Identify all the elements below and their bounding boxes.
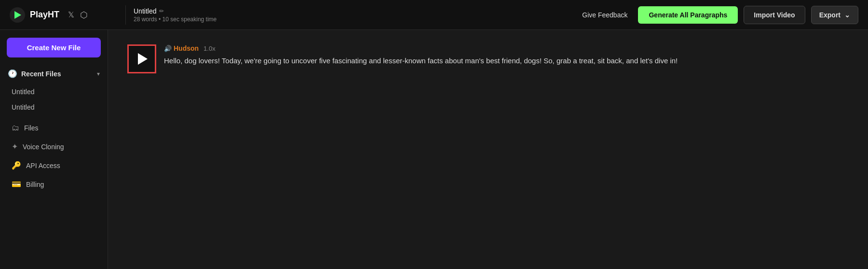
header: PlayHT 𝕏 ⬡ Untitled ✏ 28 words • 10 sec … <box>0 0 868 30</box>
play-triangle-icon <box>138 53 148 65</box>
logo-text: PlayHT <box>30 10 59 20</box>
header-actions: Give Feedback Generate All Paragraphs Im… <box>577 6 858 24</box>
paragraph-text[interactable]: Hello, dog lovers! Today, we're going to… <box>164 55 849 67</box>
twitter-icon[interactable]: 𝕏 <box>68 10 74 19</box>
doc-title-text: Untitled <box>134 7 156 15</box>
api-access-icon: 🔑 <box>12 161 21 170</box>
feedback-button[interactable]: Give Feedback <box>577 8 632 22</box>
sidebar-item-billing[interactable]: 💳 Billing <box>5 175 103 194</box>
export-label: Export <box>819 11 841 19</box>
sidebar-item-files-label: Files <box>24 124 39 132</box>
import-video-button[interactable]: Import Video <box>744 6 805 24</box>
recent-clock-icon: 🕐 <box>8 69 17 78</box>
edit-icon[interactable]: ✏ <box>159 8 164 14</box>
voice-cloning-icon: ✦ <box>12 142 18 151</box>
recent-files-label: Recent Files <box>21 70 61 78</box>
recent-file-item-1[interactable]: Untitled <box>5 99 103 115</box>
logo-icon <box>10 7 25 23</box>
export-chevron-icon: ⌄ <box>844 11 850 19</box>
play-button[interactable] <box>127 44 156 73</box>
discord-icon[interactable]: ⬡ <box>80 10 88 20</box>
header-divider <box>125 5 126 25</box>
recent-file-item-0[interactable]: Untitled <box>5 84 103 99</box>
billing-icon: 💳 <box>12 180 21 189</box>
paragraph-block: 🔊 Hudson 1.0x Hello, dog lovers! Today, … <box>127 44 849 73</box>
doc-meta: 28 words • 10 sec speaking time <box>134 16 217 23</box>
files-icon: 🗂 <box>12 124 19 132</box>
social-links: 𝕏 ⬡ <box>68 10 88 20</box>
sidebar-item-billing-label: Billing <box>26 181 44 188</box>
generate-all-button[interactable]: Generate All Paragraphs <box>638 6 738 24</box>
speed-badge[interactable]: 1.0x <box>203 45 216 52</box>
app-body: Create New File 🕐 Recent Files ▾ Untitle… <box>0 30 868 269</box>
sidebar-item-api-access[interactable]: 🔑 API Access <box>5 156 103 175</box>
doc-title-row: Untitled ✏ <box>134 7 217 15</box>
sidebar-item-voice-cloning[interactable]: ✦ Voice Cloning <box>5 137 103 156</box>
logo-area: PlayHT 𝕏 ⬡ <box>10 7 118 23</box>
sidebar-item-files[interactable]: 🗂 Files <box>5 119 103 137</box>
paragraph-text-area: 🔊 Hudson 1.0x Hello, dog lovers! Today, … <box>164 44 849 67</box>
voice-wave-icon: 🔊 <box>164 45 172 52</box>
recent-files-header[interactable]: 🕐 Recent Files ▾ <box>5 65 103 82</box>
export-button[interactable]: Export ⌄ <box>811 6 858 24</box>
voice-name[interactable]: 🔊 Hudson <box>164 44 199 52</box>
paragraph-meta: 🔊 Hudson 1.0x <box>164 44 849 52</box>
recent-files-chevron-icon: ▾ <box>97 71 100 77</box>
recent-files-header-left: 🕐 Recent Files <box>8 69 61 78</box>
sidebar-item-voice-cloning-label: Voice Cloning <box>23 143 64 151</box>
sidebar-item-api-access-label: API Access <box>26 162 60 170</box>
logo-play-icon <box>14 11 21 19</box>
main-content: 🔊 Hudson 1.0x Hello, dog lovers! Today, … <box>108 30 868 269</box>
recent-files-section: 🕐 Recent Files ▾ Untitled Untitled <box>0 65 108 119</box>
create-new-file-button[interactable]: Create New File <box>7 38 101 57</box>
sidebar: Create New File 🕐 Recent Files ▾ Untitle… <box>0 30 108 269</box>
doc-info: Untitled ✏ 28 words • 10 sec speaking ti… <box>134 7 217 23</box>
recent-files-list: Untitled Untitled <box>5 84 103 115</box>
